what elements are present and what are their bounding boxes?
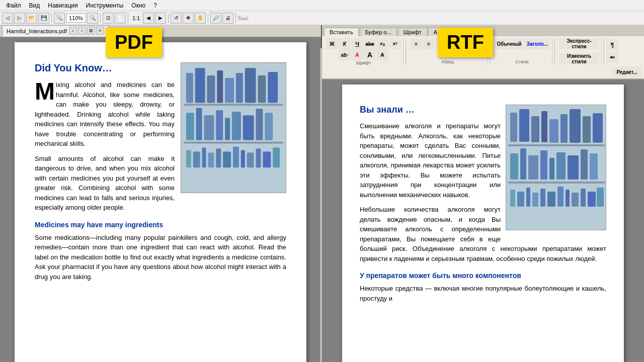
styles-btns: Обычный Заголо... <box>494 38 550 49</box>
bold-button[interactable]: Ж <box>326 38 338 49</box>
style-heading1[interactable]: Заголо... <box>525 38 550 49</box>
toolbar-btn-print[interactable]: 🖨 <box>222 13 233 24</box>
format-btns: Ж К Ч abe ×₂ ×² <box>326 38 401 49</box>
menu-file[interactable]: Файл <box>2 1 25 10</box>
font-size-down[interactable]: A <box>376 49 388 60</box>
svg-rect-22 <box>193 152 200 168</box>
menu-tools[interactable]: Инструменты <box>82 1 128 10</box>
ribbon-tab-insert[interactable]: Вставить <box>324 28 359 36</box>
svg-rect-42 <box>593 113 603 143</box>
ribbon-tab-font[interactable]: Шрифт <box>398 28 427 36</box>
tab-prev[interactable]: ‹ <box>69 27 77 35</box>
svg-rect-57 <box>532 193 538 207</box>
svg-rect-12 <box>196 108 202 140</box>
express-styles-button[interactable]: Экспресс-стили <box>559 38 599 49</box>
italic-button[interactable]: К <box>339 38 351 49</box>
svg-rect-10 <box>184 104 283 106</box>
ribbon-sep-1 <box>406 39 406 64</box>
panel-divider <box>320 48 321 362</box>
rtl-button[interactable]: ⇐ <box>606 52 618 63</box>
tab-close[interactable]: × <box>96 27 104 35</box>
svg-rect-19 <box>265 113 273 140</box>
pdf-page-content: Did You Know… Mixing alcohol and medicin… <box>35 62 286 282</box>
change-styles-button[interactable]: Изменить стили <box>559 53 599 64</box>
svg-rect-49 <box>556 152 566 179</box>
toolbar-btn-2[interactable]: ▷ <box>14 13 25 24</box>
toolbar-btn-select[interactable]: ✥ <box>183 13 194 24</box>
align-center-button[interactable]: ≡ <box>423 38 435 49</box>
svg-rect-18 <box>256 109 263 140</box>
menu-window[interactable]: Окно <box>127 1 149 10</box>
show-hide-button[interactable]: ¶ <box>606 40 618 51</box>
toolbar-btn-page[interactable]: 📄 <box>115 13 126 24</box>
svg-rect-3 <box>207 75 215 103</box>
toolbar-btn-zoom-in[interactable]: 🔍 <box>87 13 98 24</box>
font-color-button[interactable]: А <box>351 49 363 60</box>
para-menu-button[interactable]: ▾ <box>473 38 485 49</box>
word-page: Вы знали … Смешивание алкоголя и препара… <box>342 84 624 362</box>
edit-button[interactable]: Редакт... <box>612 66 642 77</box>
ribbon-tab-clipboard[interactable]: Буфер о... <box>360 28 397 36</box>
toolbar-btn-open[interactable]: 📂 <box>26 13 37 24</box>
svg-rect-51 <box>581 149 588 179</box>
page-number-label: 1:1 <box>132 15 140 21</box>
tab-next[interactable]: › <box>78 27 86 35</box>
svg-rect-50 <box>568 155 579 179</box>
svg-rect-35 <box>519 109 529 142</box>
ribbon-right-btns: ¶ ⇐ <box>606 40 618 63</box>
svg-rect-9 <box>268 72 278 103</box>
strikethrough-button[interactable]: abe <box>364 38 376 49</box>
svg-rect-37 <box>541 111 547 142</box>
svg-rect-11 <box>186 113 194 140</box>
style-normal[interactable]: Обычный <box>494 38 524 49</box>
toolbar-btn-hand[interactable]: ✋ <box>195 13 206 24</box>
toolbar-btn-rotate[interactable]: ↺ <box>171 13 182 24</box>
align-left-button[interactable]: ≡ <box>410 38 422 49</box>
menu-bar: Файл Вид Навигация Инструменты Окно ? <box>0 0 644 11</box>
ribbon-sep-2 <box>490 39 490 64</box>
superscript-button[interactable]: ×² <box>389 38 401 49</box>
svg-rect-59 <box>547 192 555 207</box>
align-right-button[interactable]: ≡ <box>435 38 447 49</box>
svg-rect-65 <box>597 188 604 207</box>
svg-rect-44 <box>510 153 518 179</box>
pdf-panel: Harmful_Interactions.pdf ‹ › ⊞ × <box>0 25 322 362</box>
svg-rect-43 <box>508 144 605 146</box>
line-spacing-button[interactable]: ↕ <box>460 38 472 49</box>
svg-rect-28 <box>241 150 245 168</box>
toolbar-btn-search[interactable]: 🔎 <box>210 13 221 24</box>
underline-button[interactable]: Ч <box>351 38 363 49</box>
svg-rect-40 <box>570 109 581 143</box>
svg-rect-20 <box>184 142 283 144</box>
pdf-scroll-area[interactable]: Did You Know… Mixing alcohol and medicin… <box>0 37 321 362</box>
zoom-input[interactable]: 110% <box>66 14 86 23</box>
toolbar-btn-save[interactable]: 💾 <box>38 13 49 24</box>
svg-rect-58 <box>540 189 545 207</box>
toolbar-btn-1[interactable]: ◁ <box>2 13 13 24</box>
ribbon-tab-styles[interactable]: Стили <box>456 28 483 36</box>
highlight-button[interactable]: ab· <box>339 49 351 60</box>
toolbar-btn-prev-page[interactable]: ◀ <box>143 13 154 24</box>
menu-help[interactable]: ? <box>149 1 161 10</box>
main-container: Harmful_Interactions.pdf ‹ › ⊞ × <box>0 25 644 362</box>
word-doc-area[interactable]: Вы знали … Смешивание алкоголя и препара… <box>322 79 644 362</box>
word-bottles-image <box>506 105 606 230</box>
menu-view[interactable]: Вид <box>25 1 44 10</box>
align-justify-button[interactable]: ≡ <box>448 38 460 49</box>
pdf-tab[interactable]: Harmful_Interactions.pdf ‹ › ⊞ × <box>2 25 109 37</box>
svg-rect-64 <box>588 192 596 207</box>
word-subheading-1: У препаратов может быть много компоненто… <box>360 272 606 280</box>
font-size-up[interactable]: A <box>364 49 376 60</box>
toolbar-btn-fit[interactable]: ⊡ <box>103 13 114 24</box>
toolbar-btn-zoom-out[interactable]: 🔍 <box>54 13 65 24</box>
tab-grid[interactable]: ⊞ <box>87 27 95 35</box>
svg-rect-26 <box>223 152 231 168</box>
toolbar-btn-next-page[interactable]: ▶ <box>155 13 166 24</box>
subscript-button[interactable]: ×₂ <box>376 38 388 49</box>
toolbar-extra: Быс <box>238 15 249 21</box>
pdf-toolbar: ◁ ▷ 📂 💾 🔍 110% 🔍 ⊡ 📄 1:1 ◀ ▶ ↺ ✥ ✋ 🔎 🖨 Б… <box>0 11 644 25</box>
svg-rect-36 <box>531 116 539 142</box>
svg-rect-56 <box>526 188 530 207</box>
menu-navigation[interactable]: Навигация <box>44 1 82 10</box>
ribbon-tab-paragraph[interactable]: Абзац <box>428 28 455 36</box>
